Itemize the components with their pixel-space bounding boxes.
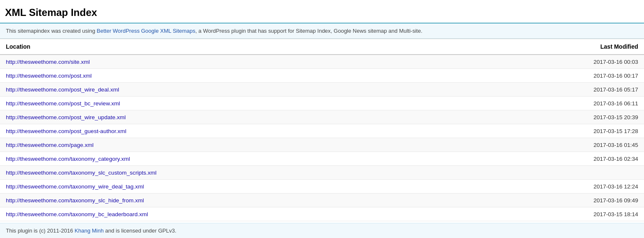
col-location: Location (0, 39, 478, 55)
table-row: http://thesweethome.com/taxonomy_categor… (0, 152, 644, 166)
table-cell-url: http://thesweethome.com/page.xml (0, 138, 478, 152)
table-cell-url: http://thesweethome.com/taxonomy_slc_hid… (0, 194, 478, 207)
table-cell-url: http://thesweethome.com/taxonomy_slc_cus… (0, 166, 478, 180)
table-row: http://thesweethome.com/post_guest-autho… (0, 124, 644, 138)
table-cell-date: 2017-03-16 09:49 (478, 194, 644, 207)
table-cell-date: 2017-03-16 01:45 (478, 138, 644, 152)
sitemap-link[interactable]: http://thesweethome.com/site.xml (6, 59, 90, 65)
table-cell-date: 2017-03-16 05:17 (478, 83, 644, 97)
table-cell-date: 2017-03-16 00:17 (478, 69, 644, 83)
info-bar: This sitemapindex was created using Bett… (0, 24, 644, 39)
table-row: http://thesweethome.com/taxonomy_slc_hid… (0, 194, 644, 207)
footer-bar: This plugin is (c) 2011-2016 Khang Minh … (0, 223, 644, 238)
table-cell-url: http://thesweethome.com/taxonomy_wire_de… (0, 180, 478, 194)
table-cell-date: 2017-03-16 12:24 (478, 180, 644, 194)
sitemap-link[interactable]: http://thesweethome.com/post_guest-autho… (6, 128, 126, 134)
table-header-row: Location Last Modified (0, 39, 644, 55)
table-row: http://thesweethome.com/taxonomy_wire_de… (0, 180, 644, 194)
table-cell-url: http://thesweethome.com/post_wire_update… (0, 110, 478, 124)
sitemap-link[interactable]: http://thesweethome.com/post_wire_deal.x… (6, 86, 119, 93)
footer-link[interactable]: Khang Minh (75, 228, 103, 234)
table-cell-url: http://thesweethome.com/site.xml (0, 55, 478, 69)
info-suffix: , a WordPress plugin that has support fo… (195, 28, 422, 34)
table-cell-date: 2017-03-15 17:28 (478, 124, 644, 138)
table-cell-date: 2017-03-16 00:03 (478, 55, 644, 69)
table-row: http://thesweethome.com/page.xml2017-03-… (0, 138, 644, 152)
sitemap-link[interactable]: http://thesweethome.com/post_wire_update… (6, 114, 126, 120)
table-row: http://thesweethome.com/site.xml2017-03-… (0, 55, 644, 69)
table-cell-url: http://thesweethome.com/post_guest-autho… (0, 124, 478, 138)
sitemap-table: Location Last Modified http://thesweetho… (0, 39, 644, 221)
table-cell-date: 2017-03-16 02:34 (478, 152, 644, 166)
table-cell-date: 2017-03-15 18:14 (478, 207, 644, 221)
table-row: http://thesweethome.com/post_wire_deal.x… (0, 83, 644, 97)
table-cell-url: http://thesweethome.com/taxonomy_bc_lead… (0, 207, 478, 221)
table-row: http://thesweethome.com/post_wire_update… (0, 110, 644, 124)
table-row: http://thesweethome.com/taxonomy_slc_cus… (0, 166, 644, 180)
sitemap-link[interactable]: http://thesweethome.com/taxonomy_categor… (6, 156, 130, 162)
sitemap-link[interactable]: http://thesweethome.com/post.xml (6, 73, 92, 79)
table-cell-date (478, 166, 644, 180)
footer-suffix: and is licensed under GPLv3. (103, 228, 176, 234)
sitemap-link[interactable]: http://thesweethome.com/page.xml (6, 142, 93, 148)
sitemap-link[interactable]: http://thesweethome.com/post_bc_review.x… (6, 100, 120, 107)
table-cell-date: 2017-03-15 20:39 (478, 110, 644, 124)
table-cell-date: 2017-03-16 06:11 (478, 97, 644, 110)
table-cell-url: http://thesweethome.com/taxonomy_categor… (0, 152, 478, 166)
page-title: XML Sitemap Index (0, 0, 644, 23)
sitemap-link[interactable]: http://thesweethome.com/taxonomy_slc_hid… (6, 197, 144, 204)
table-row: http://thesweethome.com/post_bc_review.x… (0, 97, 644, 110)
table-row: http://thesweethome.com/post.xml2017-03-… (0, 69, 644, 83)
info-prefix: This sitemapindex was created using (6, 28, 97, 34)
sitemap-link[interactable]: http://thesweethome.com/taxonomy_bc_lead… (6, 211, 148, 217)
table-cell-url: http://thesweethome.com/post_wire_deal.x… (0, 83, 478, 97)
plugin-link[interactable]: Better WordPress Google XML Sitemaps (97, 28, 196, 34)
footer-prefix: This plugin is (c) 2011-2016 (6, 228, 75, 234)
sitemap-link[interactable]: http://thesweethome.com/taxonomy_slc_cus… (6, 170, 156, 176)
sitemap-link[interactable]: http://thesweethome.com/taxonomy_wire_de… (6, 183, 144, 190)
table-cell-url: http://thesweethome.com/post_bc_review.x… (0, 97, 478, 110)
table-cell-url: http://thesweethome.com/post.xml (0, 69, 478, 83)
col-last-modified: Last Modified (478, 39, 644, 55)
table-row: http://thesweethome.com/taxonomy_bc_lead… (0, 207, 644, 221)
